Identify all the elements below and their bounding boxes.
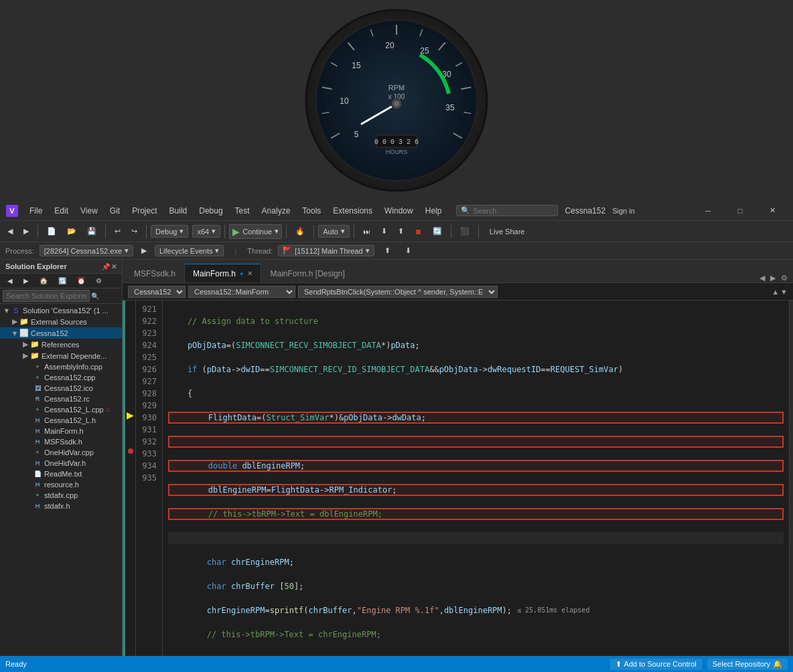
sidebar-item-cessna152-ico[interactable]: 🖼 Cessna152.ico (0, 383, 122, 394)
sidebar-item-external-sources[interactable]: ▶ 📁 External Sources (0, 316, 122, 327)
thread-nav-btn-2[interactable]: ⬇ (401, 244, 416, 257)
arch-dropdown[interactable]: x64 ▾ (192, 225, 220, 238)
sidebar-header-controls: 📌 ✕ (102, 263, 117, 270)
continue-button[interactable]: ▶ Continue ▾ (229, 224, 282, 239)
toolbar-sep-6 (313, 225, 314, 238)
breakpoint-btn[interactable]: ⬛ (455, 225, 474, 238)
toolbar-redo-btn[interactable]: ↪ (127, 225, 142, 238)
menu-search-input[interactable] (473, 207, 553, 215)
menu-build[interactable]: Build (164, 205, 193, 217)
code-content[interactable]: // Assign data to structure pObjData = (… (163, 301, 789, 672)
live-share-btn[interactable]: Live Share (486, 226, 529, 237)
svg-text:RPM: RPM (388, 84, 405, 92)
sidebar-refresh-btn[interactable]: 🔃 (54, 275, 71, 286)
sidebar-item-stdafx-cpp[interactable]: + stdafx.cpp (0, 490, 122, 501)
sidebar-item-resource-h[interactable]: H resource.h (0, 479, 122, 490)
tab-scroll-left[interactable]: ◀ (757, 274, 768, 282)
stop-btn[interactable]: ⏹ (410, 226, 427, 238)
sidebar-item-onehidvar-h[interactable]: H OneHidVar.h (0, 458, 122, 469)
up-arrow-icon: ⬆ (616, 660, 622, 669)
step-over-btn[interactable]: ⏭ (358, 226, 375, 238)
svg-text:V: V (9, 207, 15, 215)
minimize-button[interactable]: ─ (693, 201, 723, 221)
sidebar-item-cessna152-cpp[interactable]: + Cessna152.cpp (0, 372, 122, 383)
add-source-control-btn[interactable]: ⬆ Add to Source Control (610, 659, 702, 670)
menu-help[interactable]: Help (420, 205, 447, 217)
process-bar: Process: [28264] Cessna152.exe ▾ ▶ Lifec… (0, 242, 793, 260)
sidebar-pin-btn[interactable]: 📌 (102, 263, 110, 270)
toolbar-save-btn[interactable]: 💾 (82, 225, 101, 238)
sidebar-settings-btn[interactable]: ⚙ (91, 275, 106, 286)
sidebar-item-onehidvar-cpp[interactable]: + OneHidVar.cpp (0, 447, 122, 458)
toolbar-open-btn[interactable]: 📂 (62, 225, 81, 238)
sidebar-item-external-dep[interactable]: ▶ 📁 External Depende... (0, 350, 122, 361)
step-out-btn[interactable]: ⬆ (393, 225, 409, 238)
menu-analyze[interactable]: Analyze (257, 205, 296, 217)
gutter-line-926 (125, 361, 135, 373)
menu-view[interactable]: View (75, 205, 103, 217)
sidebar-back-btn[interactable]: ◀ (3, 275, 17, 286)
tab-close-btn[interactable]: ✕ (247, 270, 253, 277)
profiler-btn[interactable]: 🔥 (291, 225, 309, 238)
sidebar-forward-btn[interactable]: ▶ (19, 275, 33, 286)
sidebar-item-cessna152-rc[interactable]: R Cessna152.rc (0, 394, 122, 404)
gutter-line-928 (125, 385, 135, 397)
menu-window[interactable]: Window (379, 205, 419, 217)
sidebar-item-stdafx-h[interactable]: H stdafx.h (0, 501, 122, 511)
sidebar-search-input[interactable] (3, 290, 90, 302)
sidebar-item-label: stdafx.cpp (44, 491, 78, 499)
menu-search-box[interactable]: 🔍 (456, 205, 558, 216)
sidebar-item-cessna152-l-cpp[interactable]: + Cessna152_L.cpp ⚠ (0, 404, 122, 415)
nav-btn-1[interactable]: ▲ (772, 288, 779, 296)
sidebar-item-mainform-h[interactable]: H MainForm.h (0, 426, 122, 436)
nav-method-selector[interactable]: SendRptsBtnClick(System::Object ^ sender… (298, 286, 498, 298)
tab-mainform-design[interactable]: MainForm.h [Design] (261, 264, 353, 282)
nav-member-selector[interactable]: Cessna152::MainForm (188, 286, 295, 298)
menu-extensions[interactable]: Extensions (328, 205, 378, 217)
toolbar-forward-btn[interactable]: ▶ (19, 225, 33, 238)
auto-dropdown[interactable]: Auto ▾ (318, 225, 350, 238)
close-button[interactable]: ✕ (757, 201, 788, 221)
sidebar-item-assemblyinfo[interactable]: + AssemblyInfo.cpp (0, 361, 122, 372)
sidebar-home-btn[interactable]: 🏠 (35, 275, 52, 286)
sidebar-close-icon[interactable]: ✕ (111, 263, 117, 270)
menu-test[interactable]: Test (230, 205, 255, 217)
menu-git[interactable]: Git (104, 205, 125, 217)
gutter-line-921 (125, 301, 135, 313)
toolbar-undo-btn[interactable]: ↩ (110, 225, 125, 238)
lifecycle-dropdown[interactable]: Lifecycle Events ▾ (155, 245, 224, 256)
menu-edit[interactable]: Edit (49, 205, 74, 217)
settings-icon[interactable]: ⚙ (778, 274, 790, 282)
menu-file[interactable]: File (24, 205, 48, 217)
step-into-btn[interactable]: ⬇ (376, 225, 392, 238)
menu-tools[interactable]: Tools (297, 205, 326, 217)
gutter-line-930: ▶ (125, 409, 135, 421)
sidebar-item-cessna152[interactable]: ▼ ⬜ Cessna152 (0, 327, 122, 339)
thread-nav-btn-1[interactable]: ⬆ (380, 244, 395, 257)
sign-in-btn[interactable]: Sign in (612, 207, 635, 215)
tab-mainform[interactable]: MainForm.h ● ✕ (184, 264, 261, 282)
restart-btn[interactable]: 🔄 (428, 225, 447, 238)
menu-project[interactable]: Project (127, 205, 162, 217)
sidebar-item-references[interactable]: ▶ 📁 References (0, 339, 122, 350)
debug-config-dropdown[interactable]: Debug ▾ (151, 225, 188, 238)
tab-msfsdk[interactable]: MSFSsdk.h (125, 264, 184, 282)
select-repository-btn[interactable]: Select Repository 🔔 (707, 659, 788, 670)
svg-text:15: 15 (352, 61, 361, 70)
sidebar-item-readme[interactable]: 📄 ReadMe.txt (0, 469, 122, 479)
tab-scroll-right[interactable]: ▶ (768, 274, 778, 282)
toolbar-new-btn[interactable]: 📄 (42, 225, 61, 238)
process-dropdown[interactable]: [28264] Cessna152.exe ▾ (40, 245, 133, 256)
sidebar-pending-btn[interactable]: ⏰ (72, 275, 90, 286)
sidebar-item-label: References (42, 341, 79, 349)
toolbar-back-btn[interactable]: ◀ (3, 225, 17, 238)
code-line-929: // this->tbRPM->Text = dblEngineRPM; (168, 508, 784, 520)
sidebar-item-cessna152-l-h[interactable]: H Cessna152_L.h (0, 415, 122, 426)
sidebar-item-solution[interactable]: ▼ S Solution 'Cessna152' (1 ... (0, 305, 122, 316)
nav-class-selector[interactable]: Cessna152 (128, 286, 186, 298)
sidebar-item-msfsdk-h[interactable]: H MSFSsdk.h (0, 436, 122, 447)
thread-dropdown[interactable]: 🚩 [15112] Main Thread ▾ (278, 245, 374, 256)
nav-btn-2[interactable]: ▼ (780, 288, 788, 296)
menu-debug[interactable]: Debug (194, 205, 228, 217)
maximize-button[interactable]: □ (725, 201, 755, 221)
